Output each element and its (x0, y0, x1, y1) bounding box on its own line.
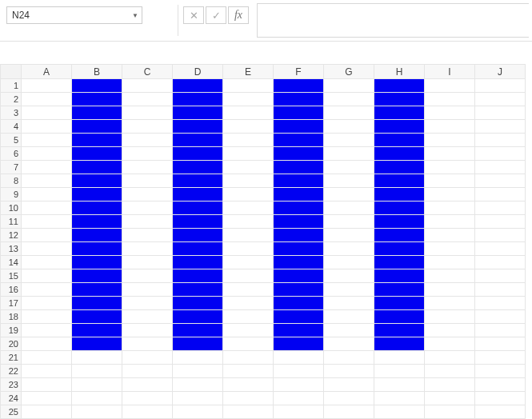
cell[interactable] (475, 392, 526, 405)
cell[interactable] (475, 324, 526, 337)
cell[interactable] (72, 79, 122, 93)
cell[interactable] (425, 242, 475, 256)
cell[interactable] (425, 324, 475, 337)
cell[interactable] (72, 174, 122, 188)
row-header[interactable]: 10 (1, 202, 22, 215)
row-header[interactable]: 22 (1, 365, 22, 378)
cell[interactable] (324, 93, 374, 106)
cell[interactable] (274, 283, 324, 297)
cell[interactable] (122, 283, 173, 297)
row-header[interactable]: 19 (1, 324, 22, 337)
cell[interactable] (223, 405, 274, 419)
cell[interactable] (274, 202, 324, 215)
cell[interactable] (72, 392, 122, 405)
cell[interactable] (274, 174, 324, 188)
cell[interactable] (425, 351, 475, 365)
row-header[interactable]: 16 (1, 283, 22, 297)
cell[interactable] (475, 147, 526, 161)
cell[interactable] (475, 256, 526, 269)
cell[interactable] (324, 202, 374, 215)
cell[interactable] (173, 147, 223, 161)
cell[interactable] (475, 242, 526, 256)
cell[interactable] (425, 188, 475, 202)
cell[interactable] (223, 283, 274, 297)
cell[interactable] (223, 310, 274, 324)
cell[interactable] (122, 297, 173, 310)
row-header[interactable]: 6 (1, 147, 22, 161)
cell[interactable] (374, 147, 425, 161)
cell[interactable] (22, 405, 72, 419)
cell[interactable] (223, 106, 274, 120)
cell[interactable] (122, 106, 173, 120)
cell[interactable] (72, 256, 122, 269)
cell[interactable] (425, 120, 475, 134)
cell[interactable] (22, 392, 72, 405)
cell[interactable] (173, 378, 223, 392)
row-header[interactable]: 9 (1, 188, 22, 202)
cell[interactable] (22, 147, 72, 161)
cell[interactable] (122, 134, 173, 147)
cell[interactable] (22, 378, 72, 392)
cell[interactable] (475, 202, 526, 215)
cell[interactable] (72, 297, 122, 310)
chevron-down-icon[interactable]: ▼ (132, 12, 138, 19)
column-header[interactable]: E (223, 65, 274, 79)
column-header[interactable]: F (274, 65, 324, 79)
cell[interactable] (425, 202, 475, 215)
cell[interactable] (324, 351, 374, 365)
cell[interactable] (475, 337, 526, 351)
column-header[interactable]: H (374, 65, 425, 79)
cell[interactable] (475, 79, 526, 93)
cell[interactable] (425, 134, 475, 147)
cell[interactable] (72, 351, 122, 365)
cell[interactable] (324, 365, 374, 378)
cell[interactable] (72, 269, 122, 283)
cell[interactable] (22, 297, 72, 310)
cell[interactable] (72, 134, 122, 147)
cell[interactable] (425, 147, 475, 161)
cell[interactable] (425, 365, 475, 378)
cell[interactable] (22, 269, 72, 283)
cell[interactable] (324, 106, 374, 120)
cell[interactable] (274, 242, 324, 256)
cell[interactable] (324, 324, 374, 337)
cell[interactable] (22, 283, 72, 297)
cell[interactable] (324, 256, 374, 269)
cell[interactable] (173, 351, 223, 365)
select-all-corner[interactable] (1, 65, 22, 79)
cell[interactable] (72, 283, 122, 297)
cell[interactable] (374, 256, 425, 269)
row-header[interactable]: 4 (1, 120, 22, 134)
cell[interactable] (324, 147, 374, 161)
cell[interactable] (274, 392, 324, 405)
cell[interactable] (22, 229, 72, 242)
cell[interactable] (122, 365, 173, 378)
cell[interactable] (274, 229, 324, 242)
cell[interactable] (374, 120, 425, 134)
cell[interactable] (223, 337, 274, 351)
cell[interactable] (122, 310, 173, 324)
column-header[interactable]: B (72, 65, 122, 79)
cell[interactable] (223, 242, 274, 256)
cell[interactable] (173, 174, 223, 188)
cell[interactable] (274, 310, 324, 324)
row-header[interactable]: 7 (1, 161, 22, 174)
cell[interactable] (425, 297, 475, 310)
cell[interactable] (173, 256, 223, 269)
column-header[interactable]: J (475, 65, 526, 79)
cell[interactable] (274, 79, 324, 93)
cell[interactable] (425, 405, 475, 419)
cell[interactable] (274, 337, 324, 351)
cell[interactable] (374, 392, 425, 405)
cell[interactable] (22, 310, 72, 324)
cell[interactable] (274, 93, 324, 106)
cell[interactable] (223, 188, 274, 202)
cell[interactable] (324, 392, 374, 405)
cell[interactable] (274, 134, 324, 147)
cell[interactable] (72, 337, 122, 351)
cell[interactable] (324, 134, 374, 147)
row-header[interactable]: 11 (1, 215, 22, 229)
cell[interactable] (72, 120, 122, 134)
cell[interactable] (475, 297, 526, 310)
cell[interactable] (173, 392, 223, 405)
